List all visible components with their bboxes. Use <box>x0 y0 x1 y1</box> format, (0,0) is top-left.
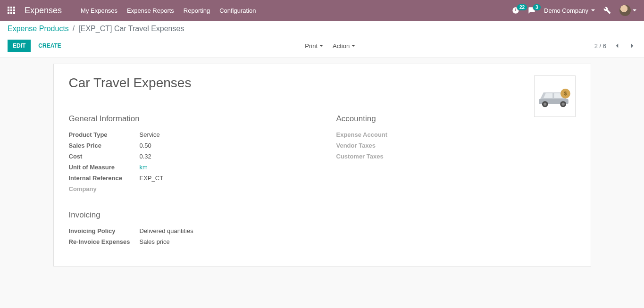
field-customer-taxes: Customer Taxes <box>336 151 576 162</box>
svg-rect-7 <box>10 12 12 14</box>
field-label: Vendor Taxes <box>336 142 407 149</box>
action-label: Action <box>333 42 350 50</box>
action-dropdown[interactable]: Action <box>333 42 355 50</box>
svg-rect-1 <box>10 7 12 8</box>
svg-rect-6 <box>8 12 9 14</box>
field-product-type: Product Type Service <box>69 129 308 140</box>
field-label: Invoicing Policy <box>69 227 140 234</box>
caret-down-icon <box>351 45 355 47</box>
svg-rect-5 <box>13 9 15 11</box>
svg-rect-2 <box>13 7 15 8</box>
user-menu[interactable] <box>619 5 636 16</box>
field-value: EXP_CT <box>140 175 164 182</box>
field-value: 0.32 <box>140 153 151 160</box>
svg-point-11 <box>544 103 546 106</box>
control-panel: Expense Products / [EXP_CT] Car Travel E… <box>0 21 644 58</box>
field-label: Re-Invoice Expenses <box>69 238 140 245</box>
activities-icon[interactable]: 22 <box>512 7 519 14</box>
field-value: 0.50 <box>140 142 151 149</box>
nav-reporting[interactable]: Reporting <box>184 7 210 14</box>
pager-text: 2 / 6 <box>594 42 606 50</box>
svg-rect-4 <box>10 9 12 11</box>
right-column: Accounting Expense Account Vendor Taxes … <box>336 114 576 247</box>
breadcrumb-separator: / <box>73 25 75 33</box>
section-invoicing-title: Invoicing <box>69 210 308 220</box>
field-internal-reference: Internal Reference EXP_CT <box>69 173 308 183</box>
breadcrumb-parent[interactable]: Expense Products <box>8 25 69 33</box>
caret-down-icon <box>591 9 595 11</box>
pager: 2 / 6 <box>594 42 636 50</box>
field-label: Company <box>69 185 140 192</box>
field-label: Cost <box>69 153 140 160</box>
field-label: Sales Price <box>69 142 140 149</box>
messages-icon[interactable]: 3 <box>528 7 535 14</box>
edit-button[interactable]: Edit <box>8 40 31 52</box>
svg-text:$: $ <box>564 91 567 96</box>
form-sheet: $ Car Travel Expenses General Informatio… <box>53 64 591 266</box>
field-value: Delivered quantities <box>140 227 193 234</box>
caret-down-icon <box>633 9 636 11</box>
company-name: Demo Company <box>544 7 588 14</box>
activities-badge: 22 <box>517 4 527 11</box>
pager-prev[interactable] <box>613 42 621 50</box>
pager-next[interactable] <box>628 42 636 50</box>
caret-down-icon <box>319 45 323 47</box>
nav-expense-reports[interactable]: Expense Reports <box>127 7 174 14</box>
field-label: Customer Taxes <box>336 153 407 160</box>
record-title: Car Travel Expenses <box>69 75 576 91</box>
field-value: Sales price <box>140 238 170 245</box>
avatar-icon <box>619 5 631 16</box>
field-vendor-taxes: Vendor Taxes <box>336 140 576 151</box>
app-brand: Expenses <box>25 6 62 16</box>
debug-icon[interactable] <box>603 7 611 14</box>
systray: 22 3 Demo Company <box>512 5 636 16</box>
field-unit-of-measure: Unit of Measure km <box>69 162 308 173</box>
messages-badge: 3 <box>533 4 541 11</box>
left-column: General Information Product Type Service… <box>69 114 308 247</box>
field-company: Company <box>69 183 308 194</box>
breadcrumb: Expense Products / [EXP_CT] Car Travel E… <box>8 25 636 33</box>
svg-rect-3 <box>8 9 9 11</box>
main-menu: My Expenses Expense Reports Reporting Co… <box>81 7 256 14</box>
apps-icon[interactable] <box>8 7 15 14</box>
top-navbar: Expenses My Expenses Expense Reports Rep… <box>0 0 644 21</box>
field-invoicing-policy: Invoicing Policy Delivered quantities <box>69 225 308 236</box>
field-label: Unit of Measure <box>69 164 140 171</box>
create-button[interactable]: Create <box>33 40 66 51</box>
field-expense-account: Expense Account <box>336 129 576 140</box>
svg-point-13 <box>561 103 564 106</box>
field-value-link[interactable]: km <box>140 164 148 171</box>
svg-rect-8 <box>13 12 15 14</box>
nav-configuration[interactable]: Configuration <box>219 7 256 14</box>
field-label: Internal Reference <box>69 175 140 182</box>
product-image[interactable]: $ <box>534 75 576 117</box>
field-value: Service <box>140 131 160 138</box>
toolbar-center: Print Action <box>66 42 594 50</box>
section-general-title: General Information <box>69 114 308 124</box>
company-switcher[interactable]: Demo Company <box>544 7 595 14</box>
field-sales-price: Sales Price 0.50 <box>69 140 308 151</box>
svg-rect-0 <box>8 7 9 8</box>
nav-my-expenses[interactable]: My Expenses <box>81 7 117 14</box>
print-label: Print <box>305 42 318 50</box>
print-dropdown[interactable]: Print <box>305 42 323 50</box>
breadcrumb-current: [EXP_CT] Car Travel Expenses <box>78 25 184 33</box>
field-label: Product Type <box>69 131 140 138</box>
car-icon: $ <box>536 82 574 110</box>
field-reinvoice-expenses: Re-Invoice Expenses Sales price <box>69 236 308 247</box>
field-label: Expense Account <box>336 131 407 138</box>
field-cost: Cost 0.32 <box>69 151 308 162</box>
